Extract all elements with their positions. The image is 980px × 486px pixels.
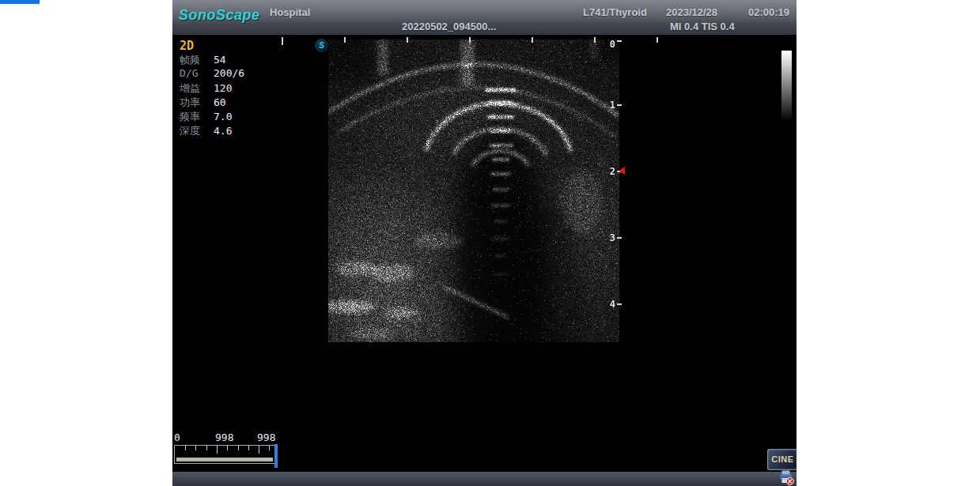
depth-ruler-label: 2 bbox=[600, 166, 615, 177]
depth-ruler-label: 1 bbox=[600, 100, 615, 111]
cine-ruler-tick bbox=[269, 446, 270, 450]
param-row: 功率60 bbox=[180, 96, 226, 110]
cine-total-frames: 998 bbox=[257, 431, 275, 443]
depth-ruler-tick bbox=[617, 104, 622, 106]
top-ruler-tick bbox=[656, 37, 658, 43]
param-value: 4.6 bbox=[214, 125, 232, 137]
ultrasound-image bbox=[328, 40, 619, 342]
depth-ruler-tick bbox=[617, 40, 622, 42]
param-label: 增益 bbox=[180, 81, 214, 96]
param-value: 7.0 bbox=[214, 111, 232, 122]
depth-ruler-tick bbox=[617, 237, 622, 239]
depth-ruler-label: 3 bbox=[600, 232, 615, 243]
cine-ruler-tick bbox=[217, 446, 218, 454]
top-ruler-tick bbox=[344, 37, 346, 43]
focus-marker-icon[interactable] bbox=[619, 167, 625, 175]
top-ruler-tick bbox=[469, 37, 471, 43]
printer-error-icon[interactable] bbox=[778, 469, 795, 486]
cine-ruler-tick bbox=[238, 446, 239, 450]
depth-ruler-tick bbox=[617, 303, 622, 305]
param-label: 帧频 bbox=[180, 53, 214, 67]
cine-position-handle[interactable] bbox=[274, 444, 278, 468]
cine-ruler-tick bbox=[227, 446, 228, 450]
screen: SonoScape Hospital L741/Thyroid 2023/12/… bbox=[0, 0, 980, 486]
browser-tab-strip bbox=[0, 0, 40, 4]
hospital-name: Hospital bbox=[270, 6, 310, 18]
param-row: 增益120 bbox=[180, 81, 232, 96]
probe-preset: L741/Thyroid bbox=[583, 6, 647, 18]
param-label: D/G bbox=[180, 67, 214, 79]
param-label: 深度 bbox=[180, 124, 214, 138]
param-row: 深度4.6 bbox=[180, 124, 232, 138]
param-value: 60 bbox=[214, 96, 226, 108]
depth-ruler-label: 4 bbox=[600, 299, 615, 310]
param-label: 功率 bbox=[180, 96, 214, 110]
top-ruler-tick bbox=[532, 37, 533, 43]
mi-tis-readout: MI 0.4 TIS 0.4 bbox=[670, 21, 735, 32]
top-ruler-tick bbox=[594, 37, 596, 43]
cine-button[interactable]: CINE bbox=[767, 449, 796, 470]
cine-ruler-tick bbox=[259, 446, 259, 454]
cine-current-frame: 998 bbox=[215, 431, 233, 443]
cine-slider-track[interactable] bbox=[174, 445, 277, 464]
exam-id: 20220502_094500... bbox=[402, 21, 496, 32]
cine-ruler-tick bbox=[185, 446, 186, 450]
grayscale-bar bbox=[781, 51, 792, 120]
cine-ruler-tick bbox=[248, 446, 249, 450]
status-bar bbox=[172, 472, 796, 486]
param-row: 频率7.0 bbox=[180, 110, 232, 124]
mode-label: 2D bbox=[180, 39, 194, 53]
exam-date: 2023/12/28 bbox=[666, 6, 717, 18]
cine-progress-bar bbox=[176, 458, 273, 462]
param-value: 54 bbox=[214, 54, 226, 66]
param-value: 120 bbox=[214, 82, 232, 94]
ultrasound-ui: SonoScape Hospital L741/Thyroid 2023/12/… bbox=[172, 0, 796, 486]
param-value: 200/6 bbox=[214, 67, 244, 79]
cine-ruler-tick bbox=[206, 446, 207, 450]
exam-time: 02:00:19 bbox=[748, 6, 789, 18]
param-row: D/G200/6 bbox=[180, 67, 244, 81]
cine-ruler-tick bbox=[195, 446, 196, 450]
header-bar: SonoScape Hospital L741/Thyroid 2023/12/… bbox=[172, 0, 796, 35]
top-ruler-tick bbox=[407, 37, 408, 43]
param-label: 频率 bbox=[180, 110, 214, 124]
cine-start-frame: 0 bbox=[174, 431, 180, 443]
param-row: 帧频54 bbox=[180, 53, 226, 67]
orientation-marker-icon: S bbox=[315, 39, 328, 52]
depth-ruler-label: 0 bbox=[600, 39, 615, 50]
top-ruler-tick bbox=[282, 37, 283, 45]
brand-logo: SonoScape bbox=[179, 7, 260, 24]
